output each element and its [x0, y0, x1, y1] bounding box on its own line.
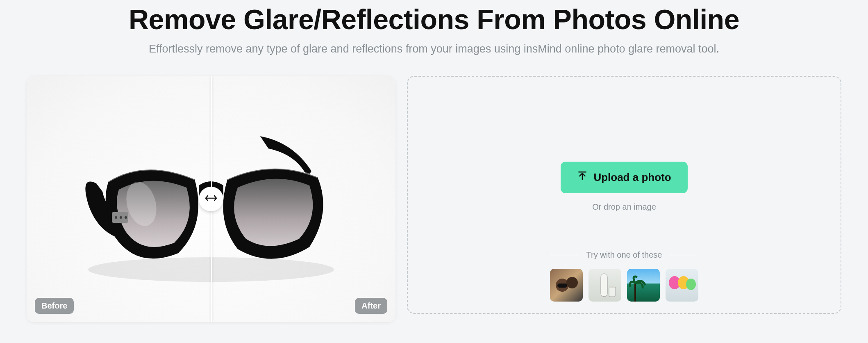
upload-button-label: Upload a photo: [593, 171, 671, 184]
svg-point-14: [609, 286, 616, 288]
svg-point-3: [120, 216, 122, 219]
before-badge: Before: [35, 298, 74, 314]
arrows-horizontal-icon: [205, 194, 217, 204]
after-badge: After: [355, 298, 387, 314]
page-title: Remove Glare/Reflections From Photos Onl…: [0, 3, 868, 35]
upload-photo-button[interactable]: Upload a photo: [561, 162, 687, 193]
sample-thumbnails: [550, 269, 698, 302]
sample-palm-beach[interactable]: [627, 269, 660, 302]
sample-couple-sunglasses[interactable]: [550, 269, 583, 302]
svg-rect-12: [601, 274, 607, 297]
svg-rect-11: [557, 284, 567, 288]
svg-point-17: [686, 279, 696, 290]
svg-point-10: [566, 277, 578, 288]
divider-line: [669, 255, 698, 255]
comparison-slider-handle[interactable]: [199, 187, 223, 211]
upload-icon: [577, 171, 588, 184]
sample-bottle-glass[interactable]: [589, 269, 621, 302]
upload-dropzone[interactable]: Upload a photo Or drop an image Try with…: [407, 76, 841, 314]
sample-colorful-drinks[interactable]: [666, 269, 698, 302]
svg-rect-13: [609, 287, 616, 297]
svg-point-4: [125, 216, 127, 219]
page-subtitle: Effortlessly remove any type of glare an…: [0, 43, 868, 55]
drop-hint: Or drop an image: [592, 202, 656, 212]
divider-line: [550, 255, 579, 255]
before-after-preview: Before After: [27, 76, 395, 322]
svg-point-2: [115, 216, 117, 219]
samples-label: Try with one of these: [586, 250, 662, 260]
